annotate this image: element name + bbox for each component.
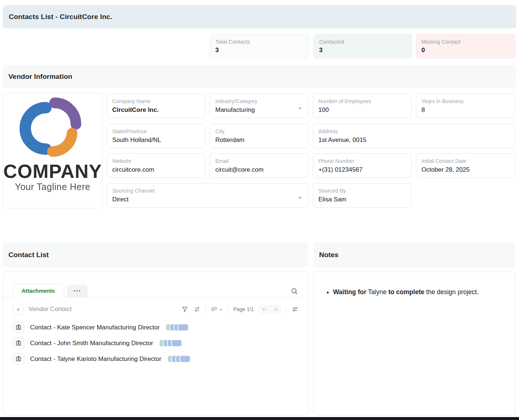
field-label: Website xyxy=(112,157,200,165)
vendor-information-title: Vendor Information xyxy=(8,73,72,81)
stat-value: 3 xyxy=(319,46,406,55)
contact-status-pills xyxy=(165,324,189,331)
add-contact-button[interactable] xyxy=(13,304,23,315)
field-email[interactable]: Email circuit@core.com xyxy=(210,153,308,178)
field-value: Manufacturing xyxy=(215,105,303,114)
field-industry-category[interactable]: Industry/Category Manufacturing xyxy=(210,94,308,118)
field-number-of-employees[interactable]: Number of Employees 100 xyxy=(313,94,412,118)
notes-list: Waiting for Talyne to complete the desig… xyxy=(325,286,504,298)
arrow-right-icon xyxy=(272,306,279,313)
field-label: State/Province xyxy=(112,127,200,135)
field-years-in-business[interactable]: Years in Business 8 xyxy=(416,94,515,118)
field-label: Number of Employees xyxy=(318,97,406,105)
field-value: CircuitCore Inc. xyxy=(112,105,200,114)
field-value: circuit@core.com xyxy=(215,165,303,174)
page-title-bar: Contacts List - CircuitCore Inc. xyxy=(3,5,516,28)
field-value: 100 xyxy=(318,105,406,114)
stat-label: Contacted xyxy=(319,38,406,46)
stat-value: 0 xyxy=(421,46,510,55)
id-badge-icon[interactable] xyxy=(13,322,24,333)
caret-down-icon[interactable] xyxy=(298,107,302,110)
id-badge-icon[interactable] xyxy=(13,353,24,365)
note-text: Talyne xyxy=(366,288,388,296)
stat-card-missing-contact: Missing Contact 0 xyxy=(416,34,515,58)
contact-status-pills xyxy=(159,339,182,347)
field-initial-contact-date[interactable]: Initial Contact Date October 28, 2025 xyxy=(416,153,515,178)
contact-list-panel: Attachments Vendor Contact xyxy=(3,271,308,416)
field-value: South Holland/NL xyxy=(112,135,200,145)
pager xyxy=(259,305,281,314)
chevron-down-icon xyxy=(219,307,223,312)
field-address[interactable]: Address 1st Avenue, 0015 xyxy=(313,124,515,148)
app-root: Contacts List - CircuitCore Inc. Total C… xyxy=(0,0,519,420)
arrow-left-icon xyxy=(261,306,268,313)
contact-title: Contact - Kate Spencer Manufacturing Dir… xyxy=(30,324,160,331)
field-value: circuitcore.com xyxy=(112,165,200,174)
company-logo-wordmark: COMPANY xyxy=(3,161,102,181)
stat-value: 3 xyxy=(215,46,303,55)
note-bold-text: to complete xyxy=(388,288,424,296)
stat-label: Total Contacts xyxy=(215,38,303,46)
contact-row[interactable]: Contact - John Smith Manufacturing Direc… xyxy=(3,335,308,351)
caret-down-icon[interactable] xyxy=(298,197,302,199)
pill-blue xyxy=(179,355,191,363)
field-city[interactable]: City Rotterdam xyxy=(210,124,308,148)
field-state-province[interactable]: State/Province South Holland/NL xyxy=(107,124,205,148)
contact-row[interactable]: Contact - Kate Spencer Manufacturing Dir… xyxy=(3,319,308,335)
previous-page-button[interactable] xyxy=(259,305,270,314)
toolbar-divider xyxy=(286,306,286,312)
field-value: 1st Avenue, 0015 xyxy=(318,135,510,145)
sort-button[interactable] xyxy=(193,306,201,313)
filter-button[interactable] xyxy=(181,306,189,313)
field-label: Years in Business xyxy=(421,97,510,105)
id-badge-icon[interactable] xyxy=(13,337,24,349)
field-label: Phone Number xyxy=(318,157,406,165)
field-sourcing-channel[interactable]: Sourcing Channel Direct xyxy=(107,183,308,208)
field-company-name[interactable]: Company Name CircuitCore Inc. xyxy=(107,94,205,118)
stat-label: Missing Contact xyxy=(421,38,510,46)
tab-attachments[interactable]: Attachments xyxy=(12,284,64,297)
tabs-row: Attachments xyxy=(3,284,308,297)
contact-rows: Contact - Kate Spencer Manufacturing Dir… xyxy=(3,319,308,367)
plus-icon xyxy=(15,307,21,312)
note-text: the design project. xyxy=(424,288,479,296)
window-bottom-edge xyxy=(0,417,519,420)
notes-panel[interactable]: Waiting for Talyne to complete the desig… xyxy=(314,271,515,416)
toolbar-right-controls: Page 1/1 xyxy=(181,305,299,314)
view-options-button[interactable] xyxy=(211,306,223,313)
field-sourced-by[interactable]: Sourced By Elisa Sam xyxy=(313,183,412,208)
page-title: Contacts List - CircuitCore Inc. xyxy=(9,13,112,21)
search-button[interactable] xyxy=(290,286,299,295)
contact-title: Contact - John Smith Manufacturing Direc… xyxy=(30,340,153,347)
more-tabs-button[interactable] xyxy=(67,285,88,297)
contact-list-header: Contact List xyxy=(3,242,308,267)
field-value: Rotterdam xyxy=(215,135,303,145)
page-indicator: Page 1/1 xyxy=(233,306,254,312)
sort-icon xyxy=(193,306,201,313)
field-value: +(31) 01234567 xyxy=(318,165,406,174)
note-bold-text: Waiting for xyxy=(333,288,366,296)
field-label: Email xyxy=(215,157,303,165)
toolbar-divider xyxy=(205,306,206,312)
field-label: Address xyxy=(318,127,510,135)
field-phone-number[interactable]: Phone Number +(31) 01234567 xyxy=(313,153,412,178)
field-value: Elisa Sam xyxy=(318,195,406,204)
stat-card-total-contacts: Total Contacts 3 xyxy=(210,34,309,58)
next-page-button[interactable] xyxy=(270,305,281,314)
notes-title: Notes xyxy=(319,251,339,259)
ellipsis-icon xyxy=(74,290,80,292)
display-settings-button[interactable] xyxy=(291,306,299,313)
field-value: 8 xyxy=(421,105,510,114)
contact-title: Contact - Talyne Karioto Manufacturing D… xyxy=(30,355,161,363)
pill-blue xyxy=(171,339,182,347)
search-icon xyxy=(290,287,298,295)
field-website[interactable]: Website circuitcore.com xyxy=(107,153,205,178)
field-label: Company Name xyxy=(112,97,200,105)
contact-toolbar: Vendor Contact xyxy=(3,302,308,317)
field-label: Sourced By xyxy=(318,187,406,195)
company-logo-card: COMPANY Your Tagline Here xyxy=(3,93,102,208)
note-item: Waiting for Talyne to complete the desig… xyxy=(333,286,504,298)
contact-row[interactable]: Contact - Talyne Karioto Manufacturing D… xyxy=(3,351,308,367)
list-view-icon xyxy=(211,306,218,313)
filter-icon xyxy=(181,306,189,313)
